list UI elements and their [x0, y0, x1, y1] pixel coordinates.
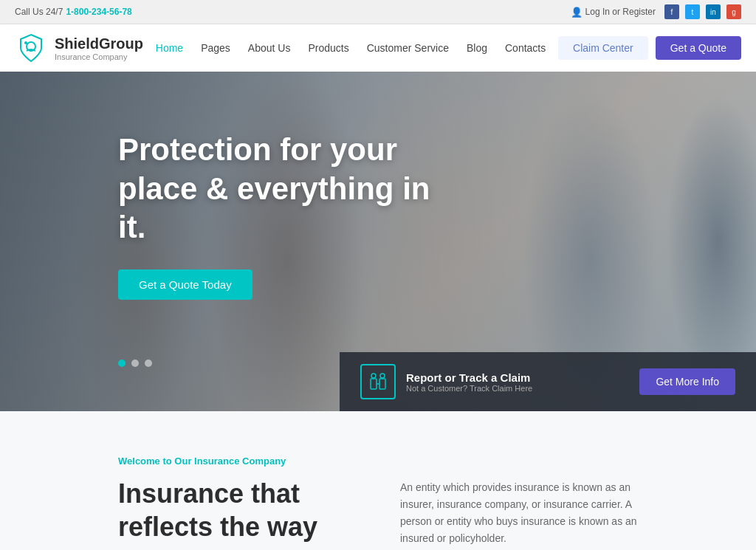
logo-icon	[15, 32, 47, 64]
nav-blog[interactable]: Blog	[459, 38, 495, 58]
logo: ShieldGroup Insurance Company	[15, 32, 143, 64]
claim-bar-info: Report or Track a Claim Not a Customer? …	[360, 364, 532, 399]
dot-2[interactable]	[131, 360, 139, 367]
logo-sub: Insurance Company	[55, 52, 143, 61]
intro-right: An entity which provides insurance is kn…	[400, 456, 638, 550]
intro-left: Welcome to Our Insurance Company Insuran…	[118, 456, 356, 550]
header-buttons: Claim Center Get a Quote	[558, 36, 741, 60]
nav-contacts[interactable]: Contacts	[498, 38, 553, 58]
claim-center-button[interactable]: Claim Center	[558, 36, 648, 60]
hero-content: Protection for your place & everything i…	[118, 131, 443, 300]
login-link[interactable]: 👤 Log In or Register	[571, 7, 656, 18]
dot-1[interactable]	[118, 360, 126, 367]
hero-title: Protection for your place & everything i…	[118, 131, 443, 247]
person-icon: 👤	[571, 7, 583, 18]
dot-3[interactable]	[145, 360, 152, 367]
hero-cta-button[interactable]: Get a Quote Today	[118, 269, 252, 300]
nav-pages[interactable]: Pages	[193, 38, 238, 58]
top-bar: Call Us 24/7 1-800-234-56-78 👤 Log In or…	[0, 0, 756, 24]
svg-point-1	[24, 41, 27, 44]
claim-text: Report or Track a Claim Not a Customer? …	[406, 371, 532, 393]
nav-products[interactable]: Products	[300, 38, 356, 58]
claim-subtitle: Not a Customer? Track Claim Here	[406, 384, 532, 393]
social-links: f t in g	[664, 4, 741, 19]
hero-dots	[118, 360, 152, 367]
google-icon[interactable]: g	[726, 4, 741, 19]
logo-name: ShieldGroup	[55, 35, 143, 52]
main-nav: Home Pages About Us Products Customer Se…	[148, 38, 553, 58]
claim-bar: Report or Track a Claim Not a Customer? …	[340, 352, 756, 411]
svg-point-5	[380, 374, 385, 378]
facebook-icon[interactable]: f	[664, 4, 679, 19]
nav-about[interactable]: About Us	[241, 38, 298, 58]
twitter-icon[interactable]: t	[685, 4, 700, 19]
linkedin-icon[interactable]: in	[706, 4, 721, 19]
claim-title: Report or Track a Claim	[406, 371, 532, 384]
top-bar-left: Call Us 24/7 1-800-234-56-78	[15, 7, 132, 17]
get-quote-button[interactable]: Get a Quote	[656, 36, 741, 60]
phone-number: 1-800-234-56-78	[66, 7, 131, 17]
header: ShieldGroup Insurance Company Home Pages…	[0, 24, 756, 72]
claim-icon	[360, 364, 396, 399]
svg-point-4	[371, 374, 376, 378]
intro-label: Welcome to Our Insurance Company	[118, 456, 356, 467]
intro-title: Insurance thatreflects the way you	[118, 477, 356, 550]
top-bar-right: 👤 Log In or Register f t in g	[571, 4, 741, 19]
logo-text: ShieldGroup Insurance Company	[55, 35, 143, 61]
nav-customer-service[interactable]: Customer Service	[360, 38, 456, 58]
svg-rect-3	[379, 379, 385, 389]
svg-rect-2	[371, 379, 377, 389]
intro-description: An entity which provides insurance is kn…	[400, 479, 638, 547]
hero-section: Protection for your place & everything i…	[0, 72, 756, 411]
intro-section: Welcome to Our Insurance Company Insuran…	[0, 411, 756, 550]
call-label: Call Us 24/7	[15, 7, 63, 17]
more-info-button[interactable]: Get More Info	[639, 368, 735, 395]
nav-home[interactable]: Home	[148, 38, 190, 58]
